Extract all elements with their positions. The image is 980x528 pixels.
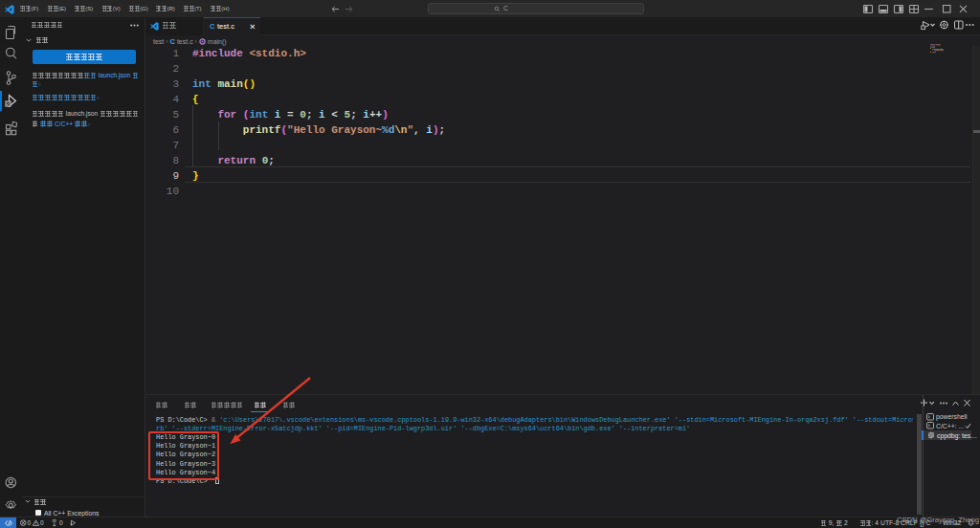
- svg-text:0: 0: [27, 519, 31, 526]
- svg-text:0: 0: [40, 519, 44, 526]
- svg-text:0: 0: [59, 519, 63, 526]
